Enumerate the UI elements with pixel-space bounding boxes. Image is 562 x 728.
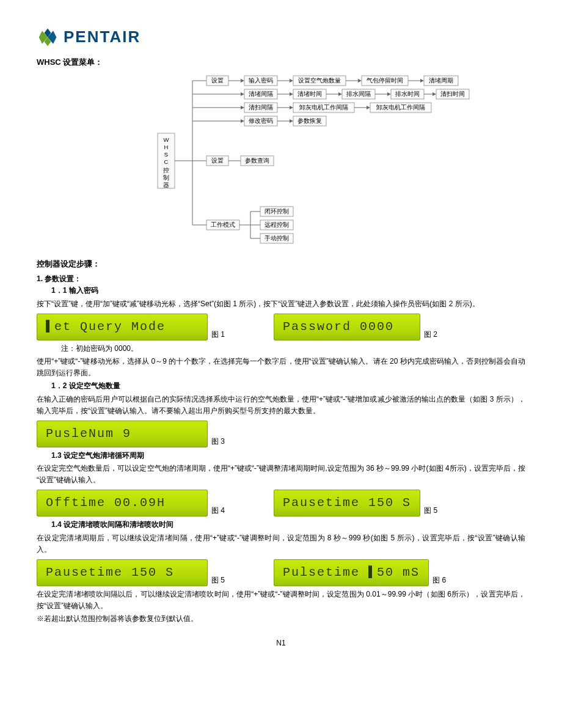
diagram-root: W <box>164 136 169 143</box>
svg-text:远程控制: 远程控制 <box>265 221 289 228</box>
svg-text:设置: 设置 <box>211 157 224 164</box>
lcd-fig6: Pulsetime ▌50 mS <box>274 559 429 586</box>
para-4: 在设定完空气炮数量后，可以设定空气炮的清堵周期，使用“+”键或“-”键调整清堵周… <box>37 463 525 486</box>
svg-marker-33 <box>241 92 244 96</box>
svg-text:排水间隔: 排水间隔 <box>346 90 371 97</box>
svg-marker-57 <box>290 106 293 109</box>
brand-logo: PENTAIR <box>37 24 525 50</box>
svg-marker-45 <box>387 92 391 96</box>
svg-text:修改密码: 修改密码 <box>249 117 273 124</box>
menu-title: WHSC 设置菜单： <box>37 56 525 69</box>
svg-marker-69 <box>290 119 293 123</box>
menu-tree-diagram: W H S C 控 制 器 设置 输入密码 设置空气炮数量 气包停留时间 清堵周… <box>37 72 525 249</box>
svg-text:器: 器 <box>163 182 169 188</box>
caption-fig3: 图 3 <box>211 436 225 447</box>
svg-text:卸灰电机工作间隔: 卸灰电机工作间隔 <box>299 104 348 111</box>
svg-text:S: S <box>164 151 168 158</box>
svg-marker-53 <box>241 106 244 109</box>
steps-title: 控制器设定步骤： <box>37 258 525 271</box>
svg-text:闭环控制: 闭环控制 <box>265 208 289 215</box>
svg-text:参数查询: 参数查询 <box>245 157 269 164</box>
svg-marker-29 <box>420 79 424 83</box>
pentair-icon <box>37 26 59 48</box>
para-6: 在设定完清堵堵喷吹间隔以后，可以继续设定清堵喷吹时间，使用“+”键或“-”键调整… <box>37 589 525 612</box>
lcd-fig5b: Pausetime 150 S <box>37 559 208 586</box>
svg-text:工作模式: 工作模式 <box>211 221 235 228</box>
para-7: ※若超出默认范围控制器将该参数复位到默认值。 <box>37 613 525 625</box>
svg-text:参数恢复: 参数恢复 <box>297 117 322 124</box>
lcd-fig1: ▌et Query Mode <box>37 314 208 340</box>
caption-fig5b: 图 5 <box>211 575 225 586</box>
svg-text:输入密码: 输入密码 <box>249 77 273 84</box>
lcd-fig5: Pausetime 150 S <box>274 490 420 517</box>
svg-text:排水时间: 排水时间 <box>395 90 420 97</box>
svg-text:气包停留时间: 气包停留时间 <box>367 77 403 84</box>
lcd-fig3: PusleNum 9 <box>37 421 208 447</box>
note-initial-password: 注：初始密码为 0000。 <box>61 343 525 355</box>
svg-marker-37 <box>290 92 293 96</box>
svg-text:设置空气炮数量: 设置空气炮数量 <box>298 77 341 84</box>
svg-marker-49 <box>432 92 436 96</box>
diagram-svg: W H S C 控 制 器 设置 输入密码 设置空气炮数量 气包停留时间 清堵周… <box>92 72 470 249</box>
svg-text:清扫时间: 清扫时间 <box>440 90 465 97</box>
caption-fig2: 图 2 <box>424 329 437 340</box>
svg-marker-17 <box>241 79 244 83</box>
svg-text:卸灰电机工作间隔: 卸灰电机工作间隔 <box>376 104 425 111</box>
svg-marker-65 <box>241 119 244 123</box>
para-5: 在设定完清堵周期后，可以继续设定清堵间隔，使用“+”键或“-”键调整时间，设定范… <box>37 532 525 556</box>
svg-marker-21 <box>290 79 293 83</box>
svg-text:制: 制 <box>163 174 169 181</box>
caption-fig4: 图 4 <box>211 505 225 517</box>
svg-marker-41 <box>338 92 342 96</box>
svg-marker-61 <box>367 106 370 109</box>
section-1-2: 1．2 设定空气炮数量 <box>51 380 525 392</box>
caption-fig1: 图 1 <box>211 329 225 340</box>
caption-fig6: 图 6 <box>432 575 446 586</box>
para-3: 在输入正确的密码后用户可以根据自己的实际情况选择系统中运行的空气炮数量，使用“+… <box>37 394 525 417</box>
section-1-1: 1．1 输入密码 <box>51 285 525 296</box>
svg-text:清扫间隔: 清扫间隔 <box>249 104 273 111</box>
para-2: 使用“+”键或“-”键移动光标，选择从 0～9 的十个数字，在选择完每一个数字后… <box>37 356 525 379</box>
svg-text:设置: 设置 <box>211 77 224 84</box>
para-1: 按下“设置”键，使用“加”键或“减”键移动光标，选择“Set”(如图 1 所示)… <box>37 298 525 310</box>
lcd-fig2: Password 0000 <box>274 314 420 340</box>
caption-fig5: 图 5 <box>424 505 437 517</box>
page-number: N1 <box>37 638 525 649</box>
svg-text:清堵间隔: 清堵间隔 <box>249 90 273 97</box>
section-1-4: 1.4 设定清堵喷吹间隔和清堵喷吹时间 <box>51 519 525 531</box>
svg-text:H: H <box>164 144 169 150</box>
svg-text:手动控制: 手动控制 <box>265 235 289 241</box>
svg-text:清堵时间: 清堵时间 <box>297 90 322 97</box>
svg-text:C: C <box>164 158 169 165</box>
lcd-fig4: Offtime 00.09H <box>37 490 208 517</box>
svg-text:清堵周期: 清堵周期 <box>429 77 453 84</box>
section-1-3: 1.3 设定空气炮清堵循环周期 <box>51 450 525 461</box>
brand-name: PENTAIR <box>64 24 140 50</box>
section-1: 1. 参数设置： <box>37 273 525 285</box>
svg-text:控: 控 <box>163 167 169 174</box>
svg-marker-25 <box>358 79 362 83</box>
